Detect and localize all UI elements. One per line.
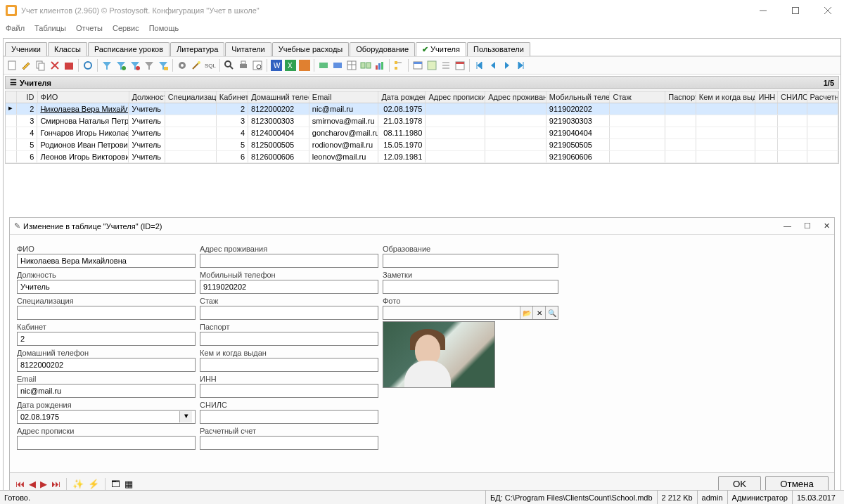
- data-grid[interactable]: ID ФИО Должность Специализация Кабинет Д…: [5, 91, 839, 164]
- nav-prev-icon[interactable]: [487, 59, 499, 72]
- table-row[interactable]: 5Родионов Иван Петрович Учитель 58125000…: [6, 139, 838, 151]
- close-button[interactable]: [812, 0, 844, 21]
- photo-zoom-icon[interactable]: 🔍: [545, 306, 558, 319]
- new-icon[interactable]: [6, 59, 19, 72]
- tab-schedule[interactable]: Расписание уроков: [88, 42, 170, 56]
- field-kab[interactable]: [17, 332, 196, 346]
- import-icon[interactable]: [317, 59, 330, 72]
- refresh-icon[interactable]: [82, 59, 94, 72]
- rec-grid-icon[interactable]: ▦: [124, 479, 133, 489]
- field-obr[interactable]: [383, 254, 558, 268]
- rec-bolt-icon[interactable]: ⚡: [88, 479, 99, 489]
- export-html-icon[interactable]: [298, 59, 311, 72]
- edit-maximize-button[interactable]: ☐: [804, 221, 811, 231]
- field-dol[interactable]: [17, 280, 196, 294]
- chevron-down-icon[interactable]: ▾: [179, 411, 192, 422]
- filter-save-icon[interactable]: [157, 59, 170, 72]
- export-excel-icon[interactable]: X: [284, 59, 297, 72]
- svg-rect-38: [395, 61, 397, 64]
- nav-last-icon[interactable]: [515, 59, 528, 72]
- field-fio[interactable]: [17, 254, 196, 268]
- preview-icon[interactable]: [251, 59, 264, 72]
- tab-equipment[interactable]: Оборудование: [350, 42, 415, 56]
- export-icon[interactable]: [331, 59, 344, 72]
- list-icon[interactable]: [440, 59, 452, 72]
- svg-point-17: [225, 61, 231, 67]
- rec-next-icon[interactable]: ▶: [40, 479, 47, 489]
- calendar-icon[interactable]: [454, 59, 466, 72]
- tab-literature[interactable]: Литература: [170, 42, 224, 56]
- rec-last-icon[interactable]: ⏭: [51, 479, 60, 489]
- link-icon[interactable]: [359, 59, 372, 72]
- app-icon: [6, 5, 17, 16]
- table-icon[interactable]: [345, 59, 358, 72]
- tab-students[interactable]: Ученики: [5, 42, 47, 56]
- table-row[interactable]: 4Гончаров Игорь Николаевич Учитель 48124…: [6, 127, 838, 139]
- table-row[interactable]: ▸ 2Николаева Вера Михайловна Учитель 281…: [6, 103, 838, 115]
- wand-icon[interactable]: [190, 59, 203, 72]
- status-role: Администратор: [727, 491, 792, 504]
- svg-rect-20: [241, 61, 245, 64]
- export-word-icon[interactable]: W: [270, 59, 283, 72]
- svg-rect-35: [376, 65, 378, 70]
- filter-clear-icon[interactable]: [143, 59, 155, 72]
- photo-field[interactable]: 📂 ✕ 🔍: [383, 306, 558, 320]
- gear-icon[interactable]: [176, 59, 188, 72]
- chart-icon[interactable]: [373, 59, 386, 72]
- menu-tables[interactable]: Таблицы: [34, 24, 66, 32]
- rec-first-icon[interactable]: ⏮: [15, 479, 25, 489]
- search-icon[interactable]: [223, 59, 236, 72]
- field-rasch[interactable]: [200, 436, 378, 450]
- rec-prev-icon[interactable]: ◀: [29, 479, 36, 489]
- field-kem[interactable]: [200, 358, 378, 372]
- field-inn[interactable]: [200, 384, 378, 398]
- tab-teachers[interactable]: ✔Учителя: [416, 42, 466, 56]
- field-dr[interactable]: ▾: [17, 410, 196, 424]
- print-icon[interactable]: [237, 59, 250, 72]
- field-ap[interactable]: [17, 436, 196, 450]
- photo-open-icon[interactable]: 📂: [520, 306, 532, 319]
- field-spec[interactable]: [17, 306, 196, 320]
- field-apz[interactable]: [200, 254, 378, 268]
- field-staz[interactable]: [200, 306, 378, 320]
- form-icon[interactable]: [426, 59, 438, 72]
- filter-add-icon[interactable]: [115, 59, 127, 72]
- field-tel[interactable]: [17, 358, 196, 372]
- field-snils[interactable]: [200, 410, 378, 424]
- table-row[interactable]: 6Леонов Игорь Викторович Учитель 6812600…: [6, 151, 838, 163]
- nav-first-icon[interactable]: [473, 59, 485, 72]
- edit-icon[interactable]: [20, 59, 33, 72]
- delete-all-icon[interactable]: [63, 59, 75, 72]
- row-counter: 1/5: [824, 79, 834, 87]
- tree-icon[interactable]: [392, 59, 405, 72]
- field-email[interactable]: [17, 384, 196, 398]
- edit-close-button[interactable]: ✕: [824, 221, 830, 231]
- svg-rect-48: [456, 62, 464, 64]
- field-mob[interactable]: [200, 280, 378, 294]
- tab-expenses[interactable]: Учебные расходы: [272, 42, 349, 56]
- copy-icon[interactable]: [34, 59, 47, 72]
- tab-readers[interactable]: Читатели: [225, 42, 271, 56]
- title-bar: Учет клиентов (2.960) © Prostoysoft. Кон…: [0, 0, 844, 21]
- rec-form-icon[interactable]: 🗔: [111, 479, 120, 489]
- menu-file[interactable]: Файл: [6, 24, 25, 32]
- table-row[interactable]: 3Смирнова Наталья Петровна Учитель 38123…: [6, 115, 838, 127]
- rec-wand-icon[interactable]: ✨: [72, 479, 84, 489]
- menu-service[interactable]: Сервис: [113, 24, 139, 32]
- delete-icon[interactable]: [49, 59, 61, 72]
- edit-minimize-button[interactable]: —: [784, 221, 791, 231]
- menu-reports[interactable]: Отчеты: [76, 24, 103, 32]
- minimize-button[interactable]: [747, 0, 779, 21]
- field-zam[interactable]: [383, 280, 558, 294]
- filter-remove-icon[interactable]: [129, 59, 141, 72]
- tab-users[interactable]: Пользователи: [467, 42, 530, 56]
- window-icon[interactable]: [411, 59, 424, 72]
- photo-clear-icon[interactable]: ✕: [532, 306, 545, 319]
- tab-classes[interactable]: Классы: [48, 42, 87, 56]
- maximize-button[interactable]: [779, 0, 812, 21]
- filter-icon[interactable]: [101, 59, 113, 72]
- sql-icon[interactable]: SQL: [204, 59, 217, 72]
- nav-next-icon[interactable]: [501, 59, 513, 72]
- field-pasp[interactable]: [200, 332, 378, 346]
- menu-help[interactable]: Помощь: [149, 24, 179, 32]
